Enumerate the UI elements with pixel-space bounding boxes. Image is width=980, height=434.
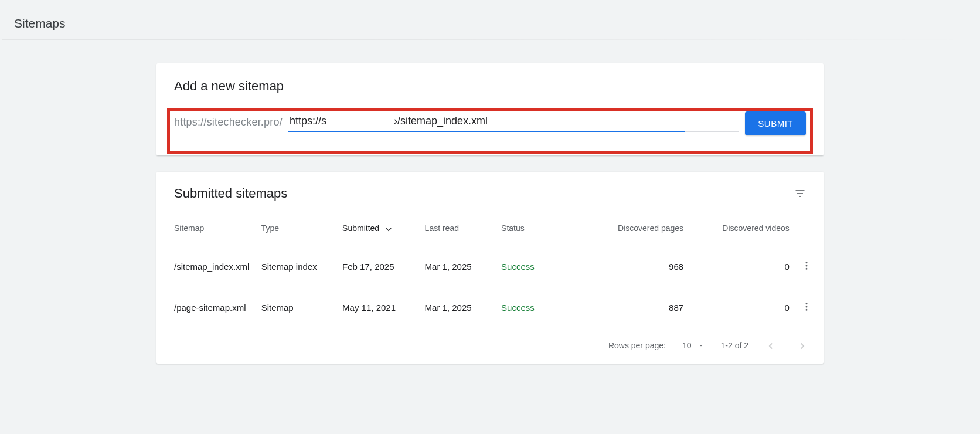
rows-per-page-value: 10 — [682, 341, 692, 350]
add-sitemap-card: Add a new sitemap https://sitechecker.pr… — [156, 63, 824, 155]
more-vert-icon[interactable] — [801, 304, 812, 314]
submitted-sitemaps-title: Submitted sitemaps — [174, 186, 287, 201]
pagination: Rows per page: 10 1-2 of 2 — [156, 328, 824, 364]
svg-point-7 — [805, 306, 807, 308]
cell-type: Sitemap — [261, 287, 342, 328]
cell-sitemap: /page-sitemap.xml — [156, 287, 261, 328]
cell-sitemap: /sitemap_index.xml — [156, 246, 261, 287]
col-submitted[interactable]: Submitted — [342, 206, 424, 246]
cell-submitted: Feb 17, 2025 — [342, 246, 424, 287]
svg-rect-2 — [799, 196, 801, 197]
rows-per-page-label: Rows per page: — [608, 341, 666, 350]
col-submitted-label: Submitted — [342, 223, 379, 233]
sitemap-url-input[interactable] — [288, 115, 739, 132]
rows-per-page-select[interactable]: 10 — [682, 341, 705, 350]
svg-rect-1 — [797, 193, 803, 194]
col-discovered-pages[interactable]: Discovered pages — [578, 206, 684, 246]
submitted-sitemaps-card: Submitted sitemaps Sitemap Type Submitte… — [156, 172, 824, 364]
filter-icon[interactable] — [794, 188, 806, 199]
cell-discovered-videos: 0 — [683, 287, 790, 328]
col-status[interactable]: Status — [501, 206, 577, 246]
cell-discovered-pages: 968 — [578, 246, 684, 287]
cell-discovered-videos: 0 — [683, 246, 790, 287]
cell-last-read: Mar 1, 2025 — [425, 246, 501, 287]
cell-last-read: Mar 1, 2025 — [425, 287, 501, 328]
domain-prefix: https://sitechecker.pro/ — [174, 116, 283, 131]
cell-submitted: May 11, 2021 — [342, 287, 424, 328]
add-sitemap-title: Add a new sitemap — [174, 79, 806, 94]
table-row[interactable]: /page-sitemap.xml Sitemap May 11, 2021 M… — [156, 287, 824, 328]
page-range: 1-2 of 2 — [721, 341, 748, 350]
col-type[interactable]: Type — [261, 206, 342, 246]
page-title: Sitemaps — [14, 16, 966, 30]
prev-page-icon[interactable] — [765, 340, 775, 351]
next-page-icon[interactable] — [797, 340, 807, 351]
svg-point-3 — [805, 262, 807, 263]
cell-discovered-pages: 887 — [578, 287, 684, 328]
chevron-down-icon — [697, 342, 705, 349]
col-sitemap[interactable]: Sitemap — [156, 206, 261, 246]
sitemaps-table: Sitemap Type Submitted Last read Status … — [156, 206, 824, 328]
arrow-down-icon — [384, 223, 393, 233]
col-last-read[interactable]: Last read — [425, 206, 501, 246]
svg-point-8 — [805, 309, 807, 311]
svg-rect-0 — [796, 190, 805, 191]
cell-status: Success — [501, 287, 577, 328]
svg-point-6 — [805, 303, 807, 304]
table-row[interactable]: /sitemap_index.xml Sitemap index Feb 17,… — [156, 246, 824, 287]
cell-type: Sitemap index — [261, 246, 342, 287]
more-vert-icon[interactable] — [801, 263, 812, 273]
submit-button[interactable]: SUBMIT — [745, 111, 806, 135]
col-discovered-videos[interactable]: Discovered videos — [683, 206, 790, 246]
cell-status: Success — [501, 246, 577, 287]
svg-point-5 — [805, 268, 807, 270]
svg-point-4 — [805, 265, 807, 267]
